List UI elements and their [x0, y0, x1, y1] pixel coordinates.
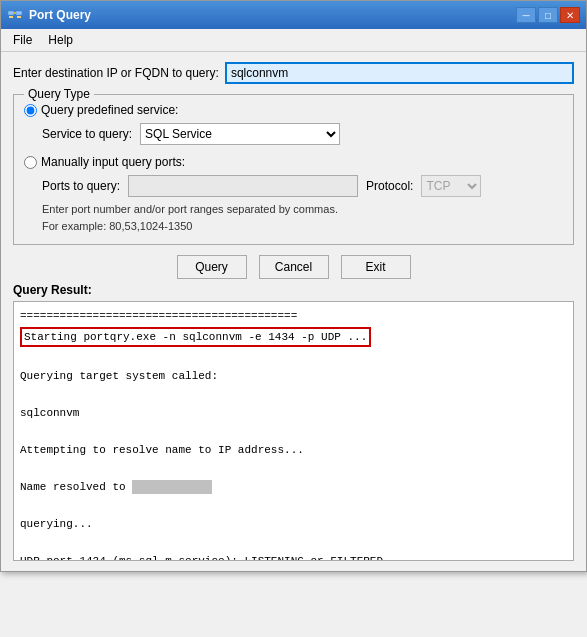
protocol-select[interactable]: TCP: [421, 175, 481, 197]
service-row: Service to query: SQL Service: [42, 123, 563, 145]
result-blank3: [20, 423, 567, 440]
result-blank6: [20, 534, 567, 551]
result-box[interactable]: ========================================…: [13, 301, 574, 561]
result-resolving: Attempting to resolve name to IP address…: [20, 442, 567, 459]
button-row: Query Cancel Exit: [13, 255, 574, 279]
radio-predefined-row: Query predefined service:: [24, 103, 563, 117]
exit-button[interactable]: Exit: [341, 255, 411, 279]
main-window: Port Query ─ □ ✕ File Help Enter destina…: [0, 0, 587, 572]
result-label: Query Result:: [13, 283, 574, 297]
window-title: Port Query: [29, 8, 91, 22]
result-blank1: [20, 349, 567, 366]
service-select[interactable]: SQL Service: [140, 123, 340, 145]
radio-predefined-label: Query predefined service:: [41, 103, 178, 117]
result-name-resolved: Name resolved to: [20, 479, 567, 496]
ip-redacted: [132, 480, 212, 494]
dest-row: Enter destination IP or FQDN to query:: [13, 62, 574, 84]
result-querying-target: Querying target system called:: [20, 368, 567, 385]
hint-text: Enter port number and/or port ranges sep…: [42, 201, 563, 234]
result-udp-listening: UDP port 1434 (ms-sql-m service): LISTEN…: [20, 553, 567, 562]
result-blank2: [20, 386, 567, 403]
dest-label: Enter destination IP or FQDN to query:: [13, 66, 219, 80]
svg-rect-4: [17, 16, 21, 18]
menu-file[interactable]: File: [5, 31, 40, 49]
result-querying: querying...: [20, 516, 567, 533]
close-button[interactable]: ✕: [560, 7, 580, 23]
radio-manual[interactable]: [24, 156, 37, 169]
main-content: Enter destination IP or FQDN to query: Q…: [1, 52, 586, 571]
result-separator: ========================================…: [20, 308, 567, 325]
result-blank4: [20, 460, 567, 477]
service-label: Service to query:: [42, 127, 132, 141]
protocol-label: Protocol:: [366, 179, 413, 193]
cancel-button[interactable]: Cancel: [259, 255, 329, 279]
starting-highlight: Starting portqry.exe -n sqlconnvm -e 143…: [20, 327, 371, 348]
radio-manual-label: Manually input query ports:: [41, 155, 185, 169]
ports-row: Ports to query: Protocol: TCP: [42, 175, 563, 197]
radio-manual-row: Manually input query ports:: [24, 155, 563, 169]
minimize-button[interactable]: ─: [516, 7, 536, 23]
svg-rect-1: [16, 11, 22, 15]
menu-help[interactable]: Help: [40, 31, 81, 49]
query-button[interactable]: Query: [177, 255, 247, 279]
title-bar: Port Query ─ □ ✕: [1, 1, 586, 29]
group-legend: Query Type: [24, 87, 94, 101]
svg-rect-3: [9, 16, 13, 18]
result-hostname: sqlconnvm: [20, 405, 567, 422]
svg-rect-0: [8, 11, 14, 15]
title-bar-left: Port Query: [7, 7, 91, 23]
query-type-group: Query Type Query predefined service: Ser…: [13, 94, 574, 245]
result-blank5: [20, 497, 567, 514]
ports-input[interactable]: [128, 175, 358, 197]
title-buttons: ─ □ ✕: [516, 7, 580, 23]
menu-bar: File Help: [1, 29, 586, 52]
hint-line2: For example: 80,53,1024-1350: [42, 218, 563, 235]
ports-label: Ports to query:: [42, 179, 120, 193]
maximize-button[interactable]: □: [538, 7, 558, 23]
radio-predefined[interactable]: [24, 104, 37, 117]
dest-input[interactable]: [225, 62, 574, 84]
result-starting: Starting portqry.exe -n sqlconnvm -e 143…: [20, 327, 567, 348]
hint-line1: Enter port number and/or port ranges sep…: [42, 201, 563, 218]
window-icon: [7, 7, 23, 23]
